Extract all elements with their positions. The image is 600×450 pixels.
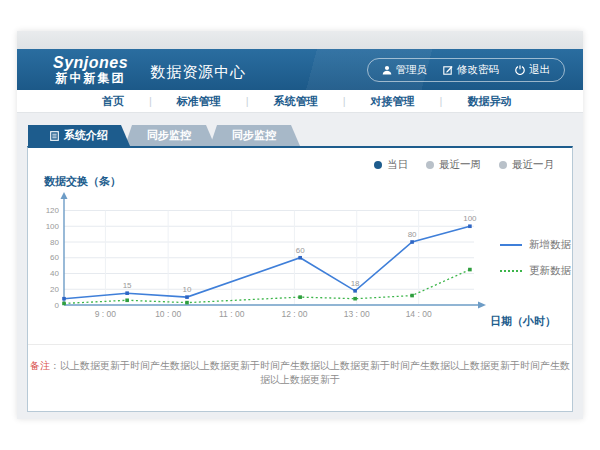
legend-item-1[interactable]: 更新数据 <box>500 264 571 278</box>
data-point-label: 10 <box>183 285 192 294</box>
brand-logo-cn: 新中新集团 <box>53 72 128 85</box>
nav-item-2[interactable]: 系统管理 <box>249 94 343 109</box>
document-icon <box>50 131 59 141</box>
logout-label: 退出 <box>529 63 550 77</box>
change-password-button[interactable]: 修改密码 <box>443 63 499 77</box>
tab-label: 同步监控 <box>147 125 191 146</box>
app-window: Synjones 新中新集团 数据资源中心 管理员 修改 <box>17 31 583 419</box>
note-divider <box>28 344 572 345</box>
y-tick-label: 60 <box>50 253 59 262</box>
y-tick-label: 40 <box>50 269 59 278</box>
change-password-label: 修改密码 <box>457 63 499 77</box>
tab-label: 同步监控 <box>232 125 276 146</box>
y-tick-label: 20 <box>50 285 59 294</box>
data-point-marker <box>185 295 189 299</box>
user-controls: 管理员 修改密码 退出 <box>367 58 566 82</box>
period-option-1[interactable]: 最近一周 <box>426 158 481 172</box>
radio-unselected-icon <box>426 161 434 169</box>
radio-selected-icon <box>374 161 382 169</box>
nav-item-4[interactable]: 数据异动 <box>442 94 536 109</box>
legend-line-sample <box>500 244 522 246</box>
logout-button[interactable]: 退出 <box>515 63 550 77</box>
user-menu[interactable]: 管理员 <box>382 63 428 77</box>
data-point-marker <box>468 224 472 228</box>
data-point-label: 18 <box>351 279 360 288</box>
x-tick-label: 11 : 00 <box>219 309 245 319</box>
x-tick-label: 14 : 00 <box>406 309 432 319</box>
data-point-marker <box>125 291 129 295</box>
data-point-label: 60 <box>296 246 305 255</box>
tab-1[interactable]: 同步监控 <box>123 125 215 146</box>
nav-item-1[interactable]: 标准管理 <box>152 94 246 109</box>
legend-label: 新增数据 <box>529 238 571 252</box>
x-tick-label: 13 : 00 <box>344 309 370 319</box>
data-point-marker <box>353 289 357 293</box>
note-prefix: 备注 <box>30 360 50 371</box>
line-chart: 0204060801001209 : 0010 : 0011 : 0012 : … <box>42 190 494 330</box>
y-tick-label: 0 <box>55 301 60 310</box>
brand-logo: Synjones 新中新集团 <box>53 55 128 84</box>
nav-item-3[interactable]: 对接管理 <box>346 94 440 109</box>
period-option-label: 当日 <box>387 158 408 172</box>
period-option-label: 最近一月 <box>512 158 554 172</box>
power-icon <box>515 65 525 75</box>
data-point-marker <box>468 268 472 272</box>
tab-inner: 同步监控 <box>147 125 191 146</box>
app-header: Synjones 新中新集团 数据资源中心 管理员 修改 <box>17 49 583 90</box>
user-icon <box>382 65 392 75</box>
data-point-marker <box>353 297 357 301</box>
x-tick-label: 12 : 00 <box>281 309 307 319</box>
nav-item-0[interactable]: 首页 <box>77 94 149 109</box>
y-tick-label: 120 <box>46 206 60 215</box>
user-menu-label: 管理员 <box>396 63 428 77</box>
y-axis-title: 数据交换（条） <box>44 174 121 189</box>
note-text: ：以上数据更新于时间产生数据以上数据更新于时间产生数据以上数据更新于时间产生数据… <box>50 360 570 385</box>
data-point-label: 100 <box>463 214 477 223</box>
x-tick-label: 9 : 00 <box>95 309 117 319</box>
data-point-marker <box>185 301 189 305</box>
tab-label: 系统介绍 <box>64 125 108 146</box>
legend-item-0[interactable]: 新增数据 <box>500 238 571 252</box>
y-tick-label: 100 <box>46 222 60 231</box>
period-option-label: 最近一周 <box>439 158 481 172</box>
data-point-label: 15 <box>123 281 132 290</box>
period-filter: 当日最近一周最近一月 <box>374 158 554 172</box>
period-option-0[interactable]: 当日 <box>374 158 408 172</box>
data-point-marker <box>62 297 66 301</box>
y-axis-arrow-icon <box>61 192 68 199</box>
data-point-label: 80 <box>408 230 417 239</box>
data-point-marker <box>410 240 414 244</box>
x-axis-title: 日期（小时） <box>490 314 556 329</box>
data-point-marker <box>62 302 66 306</box>
x-tick-label: 10 : 00 <box>155 309 181 319</box>
tab-0[interactable]: 系统介绍 <box>28 125 130 146</box>
brand-logo-en: Synjones <box>53 55 128 72</box>
page: Synjones 新中新集团 数据资源中心 管理员 修改 <box>0 0 600 450</box>
window-top-shade <box>17 31 583 49</box>
tab-inner: 同步监控 <box>232 125 276 146</box>
chart-row: 0204060801001209 : 0010 : 0011 : 0012 : … <box>42 190 571 330</box>
data-point-marker <box>410 294 414 298</box>
main-nav: 首页|标准管理|系统管理|对接管理|数据异动 <box>17 90 583 113</box>
content-area: 系统介绍同步监控同步监控 当日最近一周最近一月 数据交换（条） 02040608… <box>17 113 583 412</box>
y-tick-label: 80 <box>50 238 59 247</box>
data-point-marker <box>298 256 302 260</box>
data-point-marker <box>298 295 302 299</box>
edit-icon <box>443 65 453 75</box>
tab-bar: 系统介绍同步监控同步监控 <box>28 125 573 146</box>
period-option-2[interactable]: 最近一月 <box>499 158 554 172</box>
legend-label: 更新数据 <box>529 264 571 278</box>
footer-note: 备注：以上数据更新于时间产生数据以上数据更新于时间产生数据以上数据更新于时间产生… <box>28 359 572 387</box>
panel-card: 当日最近一周最近一月 数据交换（条） 0204060801001209 : 00… <box>27 146 573 412</box>
tab-inner: 系统介绍 <box>50 125 108 146</box>
data-point-marker <box>125 298 129 302</box>
radio-unselected-icon <box>499 161 507 169</box>
page-title: 数据资源中心 <box>150 63 246 82</box>
x-axis-arrow-icon <box>478 302 486 309</box>
tab-2[interactable]: 同步监控 <box>208 125 300 146</box>
legend-line-sample <box>500 270 522 272</box>
